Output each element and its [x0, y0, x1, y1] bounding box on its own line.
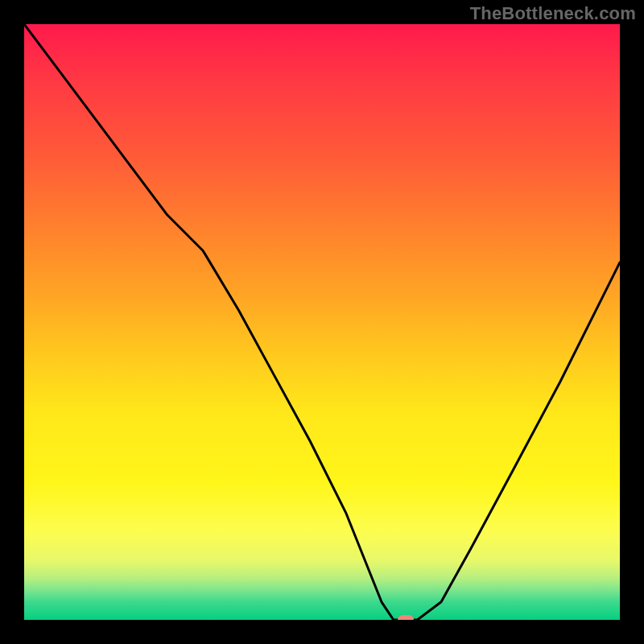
- plot-area: [24, 24, 620, 620]
- marker-dot: [398, 615, 414, 620]
- chart-frame: TheBottleneck.com: [0, 0, 644, 644]
- line-series: [24, 24, 620, 620]
- watermark-label: TheBottleneck.com: [470, 3, 636, 24]
